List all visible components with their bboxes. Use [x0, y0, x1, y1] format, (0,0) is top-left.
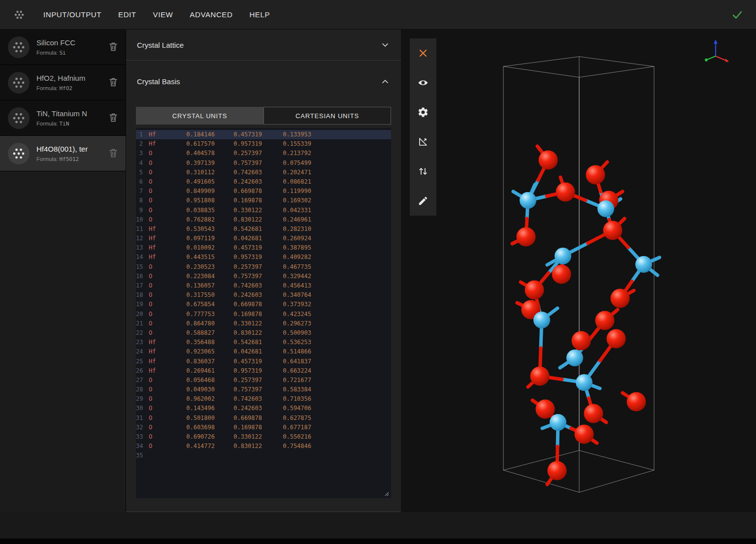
atom-sphere-Hf[interactable]: [550, 414, 566, 431]
atom-sphere-O[interactable]: [572, 331, 591, 351]
editor-line[interactable]: 3O0.4045780.2573970.213792: [136, 149, 391, 158]
editor-line[interactable]: 14Hf0.4435150.9573190.409282: [136, 253, 391, 262]
material-name[interactable]: Silicon FCC: [36, 38, 75, 47]
save-check-icon[interactable]: [731, 9, 743, 21]
editor-line[interactable]: 16O0.2230840.7573970.329442: [136, 272, 391, 281]
atom-sphere-O[interactable]: [525, 281, 544, 300]
editor-line[interactable]: 25Hf0.8360370.4573190.641837: [136, 357, 391, 366]
editor-line-empty[interactable]: 35: [136, 451, 391, 460]
viewer-3d: [401, 30, 756, 512]
editor-line[interactable]: 24Hf0.9230650.0426810.514866: [136, 347, 391, 356]
editor-line[interactable]: 13Hf0.0100920.4573190.387895: [136, 243, 391, 253]
editor-line[interactable]: 22O0.5888270.8301220.500903: [136, 328, 391, 338]
editor-line[interactable]: 18O0.3175500.2426030.340764: [136, 290, 391, 300]
editor-line[interactable]: 11Hf0.5305430.5426810.282310: [136, 224, 391, 234]
editor-line[interactable]: 31O0.5018000.6698780.627875: [136, 414, 391, 423]
material-item-hfo2[interactable]: HfO2, Hafnium Formula:HfO2: [0, 65, 126, 100]
crystal-lattice-title: Crystal Lattice: [137, 41, 184, 49]
top-menubar: INPUT/OUTPUT EDIT VIEW ADVANCED HELP: [0, 0, 756, 30]
atom-sphere-O[interactable]: [607, 329, 626, 349]
menu-edit[interactable]: EDIT: [118, 10, 136, 19]
formula-label: Formula:: [36, 156, 58, 162]
editor-line[interactable]: 4O0.3971390.7573970.075499: [136, 159, 391, 168]
atom-sphere-O[interactable]: [552, 265, 571, 284]
editor-line[interactable]: 20O0.7777530.1698780.423245: [136, 310, 391, 319]
editor-line[interactable]: 6O0.4916050.2426030.086821: [136, 177, 391, 187]
tab-crystal-units[interactable]: CRYSTAL UNITS: [136, 107, 263, 125]
delete-material-button[interactable]: [109, 41, 118, 53]
editor-line[interactable]: 21O0.8647800.3301220.296273: [136, 319, 391, 328]
editor-line[interactable]: 8O0.9518080.1698780.169302: [136, 196, 391, 205]
crystal-basis-header[interactable]: Crystal Basis: [126, 61, 401, 102]
atom-sphere-O[interactable]: [584, 404, 603, 423]
trash-icon: [109, 112, 118, 122]
material-name[interactable]: TiN, Titanium N: [36, 109, 87, 118]
atom-sphere-O[interactable]: [603, 221, 623, 240]
editor-line[interactable]: 9O0.0388350.3301220.042331: [136, 206, 391, 215]
editor-line[interactable]: 5O0.3101120.7426030.202471: [136, 168, 391, 177]
atom-sphere-O[interactable]: [595, 311, 615, 330]
atom-sphere-O[interactable]: [530, 367, 550, 386]
visibility-icon: [417, 77, 429, 89]
material-name[interactable]: HfO2, Hafnium: [36, 74, 85, 82]
editor-line[interactable]: 1Hf0.1841460.4573190.133953: [136, 130, 391, 139]
editor-line[interactable]: 26Hf0.2694610.9573190.663224: [136, 366, 391, 376]
editor-line[interactable]: 19O0.6758540.6698780.373932: [136, 300, 391, 309]
viewport-canvas[interactable]: [401, 30, 756, 512]
atom-sphere-O[interactable]: [536, 400, 555, 419]
menu-input-output[interactable]: INPUT/OUTPUT: [43, 10, 101, 19]
editor-line[interactable]: 28O0.0490300.7573970.583384: [136, 385, 391, 394]
menu-help[interactable]: HELP: [249, 10, 270, 19]
menu-view[interactable]: VIEW: [153, 10, 173, 19]
edit-tool-button[interactable]: [410, 186, 436, 216]
trash-icon: [109, 148, 118, 158]
editor-resize-handle[interactable]: [382, 489, 390, 497]
editor-line[interactable]: 33O0.6907260.3301220.550216: [136, 432, 391, 442]
editor-line[interactable]: 23Hf0.3564880.5426810.536253: [136, 338, 391, 347]
atom-sphere-O[interactable]: [575, 425, 594, 444]
crystal-lattice-header[interactable]: Crystal Lattice: [126, 30, 401, 61]
atom-sphere-Hf[interactable]: [597, 200, 614, 217]
axes-gizmo[interactable]: [701, 36, 732, 68]
atom-sphere-O[interactable]: [539, 151, 558, 170]
close-viewer-button[interactable]: [410, 38, 436, 68]
atom-sphere-O[interactable]: [586, 165, 605, 185]
measure-tool-button[interactable]: [410, 127, 436, 157]
material-item-hf4o8-selected[interactable]: Hf4O8(001), ter Formula:Hf5O12: [0, 136, 126, 171]
atom-sphere-Hf[interactable]: [635, 256, 652, 273]
editor-line[interactable]: 30O0.1434960.2426030.594706: [136, 404, 391, 413]
menu-advanced[interactable]: ADVANCED: [190, 10, 232, 19]
editor-line[interactable]: 7O0.8499090.6698780.119990: [136, 187, 391, 196]
atom-sphere-O[interactable]: [611, 289, 630, 308]
editor-line[interactable]: 2Hf0.6175700.9573190.155339: [136, 139, 391, 149]
atom-sphere-Hf[interactable]: [533, 312, 550, 328]
editor-line[interactable]: 12Hf0.0971190.0426810.260924: [136, 234, 391, 243]
app-logo-icon[interactable]: [12, 7, 27, 22]
atom-sphere-O[interactable]: [548, 461, 567, 480]
swap-axes-button[interactable]: [410, 157, 436, 186]
atom-sphere-Hf[interactable]: [520, 192, 536, 209]
atom-sphere-Hf[interactable]: [555, 248, 571, 264]
atom-sphere-O[interactable]: [627, 392, 646, 412]
atom-sphere-O[interactable]: [517, 227, 536, 247]
editor-line[interactable]: 10O0.7628820.8301220.246961: [136, 215, 391, 224]
basis-code-editor[interactable]: 1Hf0.1841460.4573190.1339532Hf0.6175700.…: [136, 128, 391, 498]
atom-sphere-Hf[interactable]: [566, 350, 583, 366]
delete-material-button[interactable]: [109, 77, 118, 88]
editor-line[interactable]: 27O0.0564680.2573970.721677: [136, 376, 391, 385]
editor-line[interactable]: 32O0.6036980.1698780.677187: [136, 423, 391, 432]
editor-line[interactable]: 34O0.4147720.8301220.754846: [136, 442, 391, 451]
atom-sphere-Hf[interactable]: [576, 374, 592, 391]
toggle-visibility-button[interactable]: [410, 68, 436, 97]
delete-material-button[interactable]: [109, 112, 118, 124]
editor-line[interactable]: 15O0.2305230.2573970.467735: [136, 262, 391, 272]
editor-line[interactable]: 17O0.1360570.7426030.456413: [136, 281, 391, 290]
material-name[interactable]: Hf4O8(001), ter: [36, 145, 88, 153]
viewer-settings-button[interactable]: [410, 97, 436, 127]
editor-line[interactable]: 29O0.9620020.7426030.710356: [136, 394, 391, 404]
delete-material-button[interactable]: [109, 148, 118, 159]
material-item-silicon-fcc[interactable]: Silicon FCC Formula:Si: [0, 30, 126, 65]
material-item-tin[interactable]: TiN, Titanium N Formula:TiN: [0, 100, 126, 136]
tab-cartesian-units[interactable]: CARTESIAN UNITS: [263, 107, 391, 125]
atom-sphere-O[interactable]: [556, 183, 575, 202]
